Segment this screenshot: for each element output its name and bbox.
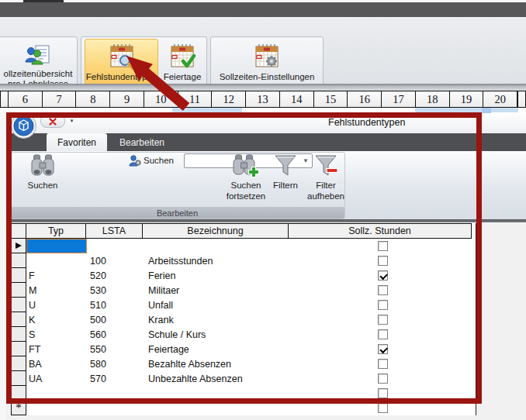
sollz-stunden-cell [291,253,475,268]
tab-favoriten[interactable]: Favoriten [47,133,107,151]
quick-access-dropdown[interactable]: ▾ [68,117,75,124]
lsta-cell[interactable]: 560 [87,327,144,342]
day-column-header: 7 [42,91,77,108]
typ-cell[interactable]: M [26,283,87,298]
typ-cell[interactable]: K [26,312,87,327]
sollz-stunden-checkbox[interactable] [378,374,388,384]
ribbon-separator [0,84,526,91]
lsta-cell[interactable]: 510 [87,298,144,312]
typ-cell[interactable] [26,253,87,268]
lsta-cell[interactable]: 100 [87,253,144,268]
typ-cell[interactable]: BA [26,356,87,371]
row-selector[interactable] [11,238,26,253]
app-orb-button[interactable] [11,113,36,139]
day-column-header: 19 [449,91,484,108]
lsta-cell[interactable] [87,239,144,253]
typ-cell[interactable]: F [26,268,87,283]
dialog-close-button[interactable] [40,115,65,128]
typ-cell[interactable] [26,401,87,415]
bezeichnung-cell[interactable]: Unfall [144,298,291,312]
day-column-header: 14 [279,91,314,108]
calendar-gear-icon [253,43,281,70]
sollz-stunden-checkbox[interactable] [378,315,388,325]
lsta-cell[interactable]: 520 [87,268,144,283]
suchen-button[interactable]: Suchen [14,153,71,191]
day-column-header: 20 [483,91,517,108]
new-record-row: * [11,401,476,415]
row-selector[interactable] [11,356,26,371]
column-header[interactable]: Typ [26,223,86,239]
sollz-stunden-checkbox[interactable] [378,285,388,295]
bezeichnung-cell[interactable] [144,386,291,401]
button-label-line: Suchen [230,181,261,190]
lsta-cell[interactable]: 530 [87,283,144,298]
table-row: 100Arbeitsstunden [11,253,476,268]
sollz-stunden-checkbox[interactable] [378,388,388,398]
table-row: K500Krank [11,312,476,327]
funnel-minus-icon [313,153,338,178]
row-selector[interactable] [11,341,26,356]
button-label-line: Sollzeiten-Einstellungen [214,72,320,82]
bezeichnung-cell[interactable] [144,401,291,415]
row-selector[interactable] [11,297,26,312]
typ-cell[interactable]: S [26,327,87,342]
sollz-stunden-cell [291,371,475,386]
lsta-cell[interactable] [87,401,144,415]
row-selector[interactable] [11,385,26,401]
row-selector[interactable] [11,326,26,342]
sollz-stunden-cell [291,356,475,371]
lsta-cell[interactable]: 580 [87,356,144,371]
sollz-stunden-cell [291,239,475,253]
new-record-selector[interactable]: * [11,400,26,415]
bezeichnung-cell[interactable]: Militaer [144,283,291,298]
bezeichnung-cell[interactable]: Bezahlte Absenzen [144,356,291,371]
lsta-cell[interactable] [87,386,144,401]
column-header[interactable]: Sollz. Stunden [288,223,472,239]
typ-cell[interactable]: UA [26,371,87,386]
row-selector[interactable] [11,253,26,268]
lsta-cell[interactable]: 500 [87,312,144,327]
day-header-edge [517,91,526,108]
button-label-line: Feiertage [159,72,206,82]
sollz-stunden-cell [291,283,475,298]
column-header[interactable]: Bezeichnung [142,223,289,239]
row-selector[interactable] [11,312,26,327]
column-header[interactable]: LSTA [85,223,143,239]
bezeichnung-cell[interactable]: Arbeitsstunden [144,253,291,268]
sollz-stunden-checkbox[interactable] [378,344,388,354]
bezeichnung-cell[interactable]: Krank [144,312,291,327]
lsta-cell[interactable]: 570 [87,371,144,386]
sollz-stunden-checkbox[interactable] [378,270,388,281]
typ-cell[interactable] [26,239,87,253]
sollz-stunden-checkbox[interactable] [378,359,388,369]
day-column-header: 13 [245,91,280,108]
row-selector-header[interactable] [11,223,26,239]
typ-cell[interactable] [26,386,87,401]
ribbon-tab-bar [0,2,526,17]
row-selector[interactable] [11,282,26,298]
bezeichnung-cell[interactable]: Schule / Kurs [144,327,291,342]
suchen-fortsetzen-button[interactable]: Suchen fortsetzen [222,153,270,201]
row-selector[interactable] [11,267,26,283]
filtern-button[interactable]: Filtern [268,153,303,191]
bezeichnung-cell[interactable]: Unbezahlte Absenzen [144,371,291,386]
sollz-stunden-checkbox[interactable] [378,241,388,251]
sollz-stunden-cell [291,342,475,356]
day-column-header: 12 [211,91,246,108]
day-column-header: 16 [347,91,382,108]
bezeichnung-cell[interactable]: Ferien [144,268,291,283]
sollz-stunden-checkbox[interactable] [378,300,388,310]
typ-cell[interactable]: U [26,298,87,312]
sollz-stunden-checkbox[interactable] [378,256,388,266]
bezeichnung-cell[interactable]: Feiertage [144,342,291,356]
sollz-stunden-checkbox[interactable] [378,329,388,339]
bezeichnung-cell[interactable] [144,239,291,253]
new-record-marker: * [16,404,22,411]
tab-bearbeiten[interactable]: Bearbeiten [107,133,177,151]
filter-aufheben-button[interactable]: Filter aufheben [304,153,348,201]
typ-cell[interactable]: FT [26,342,87,356]
lsta-cell[interactable]: 550 [87,342,144,356]
row-selector[interactable] [11,370,26,386]
sollz-stunden-checkbox[interactable] [378,403,388,413]
day-column-header: 8 [75,91,110,108]
